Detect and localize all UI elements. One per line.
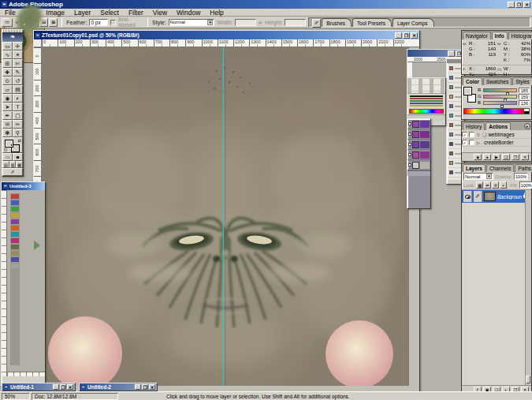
action-item[interactable]: ✓ ▽ ❏ webImages [462,131,531,139]
history-brush-tool[interactable]: ↺ [13,77,23,85]
well-tab[interactable]: Tool Presets [352,18,392,27]
canvas-area[interactable] [42,47,419,391]
standard-screen-button[interactable]: ▤ [2,161,9,168]
doc-minimize-button[interactable]: _ [395,32,402,39]
minimized-window-untitled-1[interactable]: ✒ Untitled-1 _ ❐ ✕ [2,383,76,391]
tab-styles[interactable]: Styles [512,77,532,85]
healing-brush-tool[interactable]: ✚ [2,68,13,77]
lock-position-button[interactable]: ✛ [492,181,499,189]
link-dimensions-icon[interactable]: ⇄ [259,20,262,25]
new-set-button[interactable]: ❏ [502,154,510,160]
type-tool[interactable]: T [13,103,23,111]
height-input[interactable] [285,19,306,26]
tab-histogram[interactable]: Histogram [508,32,532,39]
hand-tool[interactable]: ✽ [2,129,13,137]
action-check-icon[interactable]: ✓ [462,140,467,145]
lasso-tool[interactable]: ∿ [2,50,13,59]
foreground-color-swatch[interactable] [463,87,472,95]
layer-thumbnail[interactable] [484,192,496,201]
app-title-bar[interactable]: ✒ Adobe Photoshop _ ❐ ✕ [0,0,532,9]
palette-menu-button[interactable]: ▸ [524,123,530,129]
tab-info[interactable]: Info [492,32,508,39]
doc-close-button[interactable]: ✕ [411,32,418,39]
untitled-title-bar[interactable]: ✒ Untitled-3 [2,182,45,190]
move-tool[interactable]: ✛ [13,42,23,50]
brush-tool[interactable]: ✎ [13,68,23,77]
play-button[interactable]: ▶ [493,154,500,160]
tab-actions[interactable]: Actions [485,122,511,130]
tab-layers[interactable]: Layers [463,164,485,172]
clone-stamp-tool[interactable]: ⊙ [2,77,13,85]
doc-maximize-button[interactable]: ❐ [403,32,410,39]
layer-name[interactable]: Background [497,194,522,200]
min-close-button[interactable]: ✕ [149,384,155,390]
tab-color[interactable]: Color [463,77,482,85]
lock-image-button[interactable]: ✏ [484,181,491,189]
rectangular-marquee-tool[interactable]: ▭ [2,42,13,50]
lock-all-button[interactable]: ▪ [500,181,507,189]
stop-button[interactable]: ■ [474,154,482,160]
width-input[interactable] [235,19,256,26]
dodge-tool[interactable]: ◐ [13,94,23,103]
default-colors-icon[interactable]: ◱ [4,148,7,151]
mini-layers-palette[interactable] [407,118,431,209]
blend-mode-dropdown[interactable]: Normal ▼ [463,173,493,180]
anti-aliased-checkbox[interactable] [110,20,116,25]
spectrum-ramp[interactable] [463,108,530,114]
doc-size-readout[interactable]: Doc: 12.8M/12.8M [32,393,118,400]
pen-tool[interactable]: ✒ [2,111,13,120]
document-title-bar[interactable]: ✒ ZTexture01Copy01.psd @ 50% (RGB/8#) _ … [34,31,419,39]
min-restore-button[interactable]: ❐ [142,384,148,390]
feather-input[interactable]: 0 px [89,19,107,26]
blur-tool[interactable]: ◉ [2,94,13,103]
tab-paths[interactable]: Paths [515,164,532,172]
magic-wand-tool[interactable]: ✶ [13,50,23,59]
eraser-tool[interactable]: ▱ [2,85,13,94]
guide-line[interactable] [223,47,224,386]
tab-swatches[interactable]: Swatches [483,77,512,85]
foreground-color-swatch[interactable] [5,140,13,148]
layers-scrollbar[interactable] [525,190,531,385]
jump-to-imageready-button[interactable]: ⇗ [2,168,23,176]
canvas-image[interactable] [42,47,409,386]
notes-tool[interactable]: ✉ [2,120,13,129]
menu-item[interactable]: Select [95,9,124,17]
action-dialog-toggle[interactable] [469,140,474,145]
menu-item[interactable]: Help [205,9,228,17]
min-restore-button[interactable]: ❐ [60,384,66,390]
tab-channels[interactable]: Channels [486,164,514,172]
delete-action-button[interactable]: ✕ [521,154,529,160]
record-button[interactable]: ● [483,154,491,160]
min-minimize-button[interactable]: _ [53,384,59,390]
blue-slider[interactable] [483,101,517,105]
expander-icon[interactable]: ▷ [476,140,481,145]
blue-value[interactable]: 136 [519,100,530,106]
shape-tool[interactable]: ▢ [13,111,23,120]
minimize-button[interactable]: _ [508,2,515,8]
horizontal-ruler[interactable]: 0100200300400500600700800900100011001200… [42,39,419,47]
zoom-level-input[interactable]: 50% [2,393,30,400]
new-action-button[interactable]: ❐ [512,154,519,160]
red-slider[interactable] [483,88,517,92]
tab-navigator[interactable]: Navigator [463,32,491,39]
slice-tool[interactable]: ✄ [13,59,23,68]
expander-icon[interactable]: ▽ [476,133,481,137]
tab-history[interactable]: History [463,122,485,130]
float-minimize-button[interactable]: _ [448,50,455,57]
min-close-button[interactable]: ✕ [67,384,73,390]
green-value[interactable]: 159 [519,94,530,99]
eyedropper-tool[interactable]: ✏ [13,120,23,129]
well-tab[interactable]: Brushes [322,18,352,27]
mini-spectrum-ramp[interactable] [409,109,444,114]
menu-item[interactable]: View [148,9,172,17]
action-item[interactable]: ✓ ▷ createBorder [462,139,531,147]
opacity-input[interactable]: 100% [514,173,528,180]
fullscreen-menubar-button[interactable]: ▥ [9,161,17,168]
action-dialog-toggle[interactable] [469,132,474,137]
standard-mode-button[interactable]: ▭ [2,153,13,161]
layer-visibility-toggle[interactable] [463,191,472,202]
min-minimize-button[interactable]: _ [135,384,141,390]
well-tab[interactable]: Layer Comps [392,18,434,27]
crop-tool[interactable]: ⊞ [2,59,13,68]
gradient-tool[interactable]: ▤ [13,85,23,94]
